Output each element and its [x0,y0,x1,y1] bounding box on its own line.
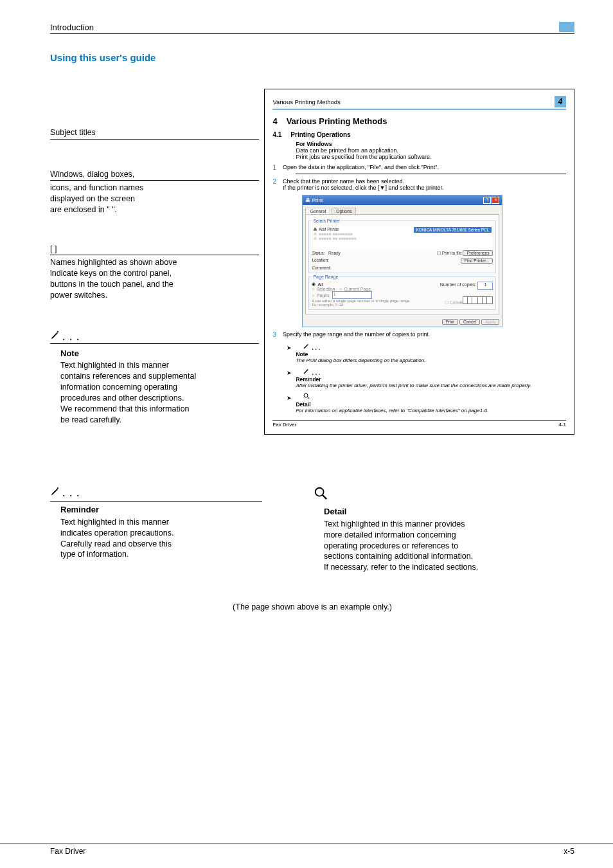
step-text: If the printer is not selected, click th… [283,185,566,191]
step-number: 2 [272,178,276,191]
ex-detail-heading: Detail [296,401,566,408]
location-label: Location: [312,258,328,264]
callout-text: displayed on the screen [50,194,259,204]
step-text: Specify the page range and the number of… [283,331,566,338]
print-button[interactable]: Print [442,319,458,325]
note-text: We recommend that this information [60,404,259,415]
detail-text: more detailed information concerning [324,530,526,541]
example-footer-left: Fax Driver [272,422,296,428]
callout-quoted-names: Windows, dialog boxes, icons, and functi… [50,169,259,215]
example-ch-num: 4 [272,116,277,126]
printer-list[interactable]: 🖶 Add Printer KONICA MINOLTA 751/601 Ser… [312,226,493,249]
reminder-text: Carefully read and observe this [60,539,262,550]
find-printer-button[interactable]: Find Printer... [461,258,493,264]
status-value: Ready [328,251,341,255]
detail-heading: Detail [324,506,526,518]
callout-text: buttons in the touch panel, and the [50,279,259,290]
callout-text: are enclosed in " ". [50,204,259,215]
callout-brackets: [ ] Names highlighted as shown above ind… [50,244,259,300]
add-printer[interactable]: Add Printer [319,227,340,231]
reminder-heading: Reminder [60,504,262,516]
tab-options[interactable]: Options [332,208,356,214]
ex-detail-text: For information on applicable interfaces… [296,408,566,413]
radio-all[interactable]: ◉ All [312,282,411,287]
note-text: information concerning operating [60,382,259,393]
example-only-note: (The page shown above is an example only… [50,602,574,611]
bracket-symbol: [ ] [50,244,259,255]
callout-text: indicate keys on the control panel, [50,268,259,279]
ex-note-heading: Note [296,351,566,357]
section-title: Using this user's guide [50,52,574,63]
svg-line-1 [307,397,309,399]
reminder-text: Text highlighted in this manner [60,517,262,528]
note-heading: Note [60,348,259,359]
note-text: contains references and supplemental [60,371,259,382]
step-number: 1 [272,164,276,171]
detail-text: Text highlighted in this manner provides [324,519,526,530]
status-label: Status: [312,251,324,255]
collate-icon [479,296,493,305]
cancel-button[interactable]: Cancel [459,319,480,325]
svg-point-2 [315,488,324,496]
svg-point-0 [304,393,308,397]
selected-printer[interactable]: KONICA MINOLTA 751/601 Series PCL [414,227,492,233]
example-running-head: Various Printing Methods [272,98,340,105]
ex-reminder-heading: Reminder [296,376,566,383]
group-page-range: Page Range [312,275,339,279]
detail-text: operating procedures or references to [324,541,526,552]
radio-selection[interactable]: ○ Selection ○ Current Page [312,287,411,291]
svg-line-3 [323,495,326,499]
copies-stepper[interactable]: 1 [477,282,493,290]
example-chapter-num-badge: 4 [555,96,566,107]
apply-button[interactable]: Apply [481,319,499,325]
example-intro: Print jobs are specified from the applic… [296,154,566,160]
preferences-button[interactable]: Preferences [463,250,493,256]
note-text: Text highlighted in this manner [60,360,259,371]
group-select-printer: Select Printer [312,219,341,223]
note-icon [50,333,62,342]
note-text: be read carefully. [60,415,259,426]
reminder-text: indicates operation precautions. [60,528,262,539]
example-sub-num: 4.1 [272,131,281,138]
callout-text: Names highlighted as shown above [50,257,259,268]
step-number: 3 [272,331,276,338]
ex-reminder-text: After installing the printer driver, per… [296,383,566,388]
collate-checkbox[interactable]: Collate [450,300,464,305]
reminder-icon [303,370,310,376]
close-icon[interactable]: × [492,197,499,204]
dialog-title: Print [312,197,323,203]
reminder-text: type of information. [60,549,262,560]
comment-label: Comment: [312,266,331,270]
running-header: Introduction [50,23,94,32]
step-text: Check that the printer name has been sel… [283,178,566,185]
callout-label: Subject titles [50,127,259,139]
print-dialog: 🖶 Print ?× General Options Select Printe… [302,195,502,327]
copies-label: Number of copies: [440,282,477,287]
help-icon[interactable]: ? [483,197,491,204]
radio-pages[interactable]: ○ Pages: 1 [312,291,411,299]
print-to-file-checkbox[interactable]: ☐ Print to file [437,251,462,255]
detail-icon [314,493,328,502]
example-page: Various Printing Methods 4 4 Various Pri… [264,89,574,435]
step-text: Open the data in the application, "File"… [283,164,566,171]
collate-icon [465,296,478,305]
note-icon [303,345,310,351]
callout-detail: Detail Text highlighted in this manner p… [314,486,526,573]
example-footer-right: 4-1 [558,422,566,428]
pages-input[interactable]: 1 [332,291,372,299]
detail-text: sections containing additional informati… [324,551,526,562]
tab-general[interactable]: General [305,208,330,214]
callout-reminder: . . . Reminder Text highlighted in this … [50,486,262,573]
titlebar-buttons: ?× [483,197,499,204]
example-intro: Data can be printed from an application. [296,147,566,154]
note-text: procedures and other descriptions. [60,393,259,404]
callout-text: Windows, dialog boxes, [50,169,259,180]
pages-hint: Enter either a single page number or a s… [312,299,411,307]
callout-note: . . . Note Text highlighted in this mann… [50,330,259,426]
callout-text: power switches. [50,290,259,301]
example-sub-title: Printing Operations [290,131,350,138]
detail-icon [303,395,310,401]
callout-text: icons, and function names [50,183,259,194]
callout-subject-titles: Subject titles [50,127,259,140]
ex-note-text: The Print dialog box differs depending o… [296,357,566,363]
